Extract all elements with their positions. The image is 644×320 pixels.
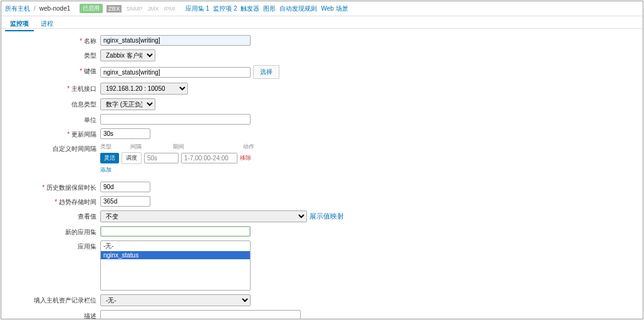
label-description: 描述 xyxy=(1,310,100,319)
intervals-hdr-period: 期间 xyxy=(173,143,236,151)
key-select-button[interactable]: 选择 xyxy=(253,65,279,79)
label-new-application: 新的应用集 xyxy=(1,226,100,237)
breadcrumb-sep: / xyxy=(34,5,36,12)
top-bar: 所有主机 / web-node1 已启用 ZBX SNMP JMX IPMI 应… xyxy=(1,1,643,16)
tab-process[interactable]: 进程 xyxy=(36,18,58,30)
link-discovery[interactable]: 自动发现规则 xyxy=(279,4,317,13)
custom-intervals-block: 类型 间隔 期间 动作 灵活 调度 移除 添加 xyxy=(100,143,257,174)
select-view-value[interactable]: 不变 xyxy=(100,210,307,222)
input-interval-delay[interactable] xyxy=(144,153,179,163)
label-trend: 趋势存储时间 xyxy=(1,196,100,207)
label-key: 键值 xyxy=(1,65,100,76)
breadcrumb-all-hosts[interactable]: 所有主机 xyxy=(5,4,30,13)
breadcrumb-host: web-node1 xyxy=(39,5,70,12)
app-option-none[interactable]: -无- xyxy=(101,241,250,251)
link-applications[interactable]: 应用集 1 xyxy=(185,4,209,13)
interval-add-link[interactable]: 添加 xyxy=(100,166,112,174)
input-unit[interactable] xyxy=(100,114,251,125)
label-custom-intervals: 自定义时间间隔 xyxy=(1,143,100,153)
select-host-interface[interactable]: 192.168.1.20 : 10050 xyxy=(100,83,188,95)
label-unit: 单位 xyxy=(1,114,100,125)
label-type: 类型 xyxy=(1,49,100,60)
input-update-interval[interactable] xyxy=(100,128,150,139)
intervals-hdr-interval: 间隔 xyxy=(130,143,173,151)
label-inventory-link: 填入主机资产记录栏位 xyxy=(1,294,100,305)
link-show-value-mapping[interactable]: 展示值映射 xyxy=(309,212,344,221)
tab-item[interactable]: 监控项 xyxy=(5,18,34,31)
link-triggers[interactable]: 触发器 xyxy=(241,4,259,13)
tabs: 监控项 进程 xyxy=(1,16,643,29)
input-name[interactable] xyxy=(100,35,251,46)
label-view-value: 查看值 xyxy=(1,210,100,221)
input-new-application[interactable] xyxy=(100,226,251,237)
label-host-interface: 主机接口 xyxy=(1,83,100,93)
app-option-nginx-status[interactable]: nginx_status xyxy=(101,251,250,259)
label-update-interval: 更新间隔 xyxy=(1,128,100,139)
input-interval-period[interactable] xyxy=(181,153,237,163)
badge-ipmi: IPMI xyxy=(163,6,176,12)
app-frame: 所有主机 / web-node1 已启用 ZBX SNMP JMX IPMI 应… xyxy=(1,1,643,319)
label-applications: 应用集 xyxy=(1,240,100,251)
item-form: 名称 类型 Zabbix 客户端 键值 选择 主机接口 192.168.1.20… xyxy=(1,29,643,319)
input-history[interactable] xyxy=(100,182,150,192)
label-name: 名称 xyxy=(1,35,100,46)
link-items[interactable]: 监控项 2 xyxy=(213,4,237,13)
intervals-hdr-type: 类型 xyxy=(100,143,130,151)
applications-listbox[interactable]: -无- nginx_status xyxy=(100,240,251,291)
select-inventory-link[interactable]: -无- xyxy=(100,294,251,306)
interval-type-scheduling[interactable]: 调度 xyxy=(122,152,142,164)
badge-zbx: ZBX xyxy=(106,5,122,13)
select-type[interactable]: Zabbix 客户端 xyxy=(100,49,155,61)
badge-snmp: SNMP xyxy=(125,6,143,12)
label-history: 历史数据保留时长 xyxy=(1,182,100,192)
link-web[interactable]: Web 场景 xyxy=(321,4,348,13)
intervals-hdr-action: 动作 xyxy=(236,143,254,151)
input-trend[interactable] xyxy=(100,196,150,207)
badge-jmx: JMX xyxy=(147,6,159,12)
textarea-description[interactable] xyxy=(100,310,301,319)
link-graphs[interactable]: 图形 xyxy=(263,4,276,13)
interval-type-flexible[interactable]: 灵活 xyxy=(100,153,119,163)
interval-remove-link[interactable]: 移除 xyxy=(240,154,251,162)
select-info-type[interactable]: 数字 (无正负) xyxy=(100,98,155,110)
interval-row: 灵活 调度 移除 xyxy=(100,152,257,164)
input-key[interactable] xyxy=(100,67,251,78)
label-info-type: 信息类型 xyxy=(1,98,100,109)
status-enabled-badge: 已启用 xyxy=(80,4,103,13)
